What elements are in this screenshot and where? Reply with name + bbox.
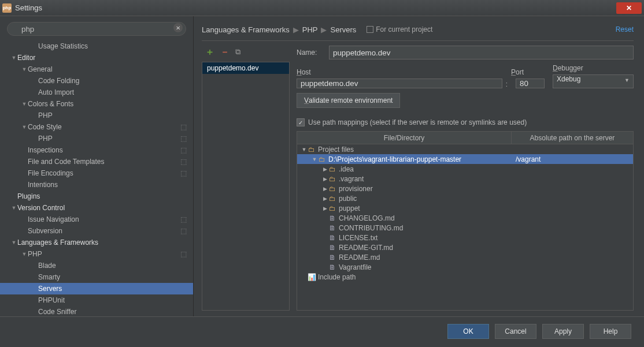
expand-arrow-icon[interactable]: ▼: [10, 205, 17, 211]
sidebar-item[interactable]: ▼Version Control: [0, 202, 193, 214]
settings-content: Languages & Frameworks ▶ PHP ▶ Servers F…: [194, 16, 644, 316]
project-config-icon: ⬚: [180, 135, 188, 143]
server-name-input[interactable]: [329, 46, 634, 59]
file-tree-row[interactable]: ▶🗀.idea: [297, 164, 633, 174]
help-button[interactable]: Help: [590, 324, 631, 339]
sidebar-item[interactable]: Plugins: [0, 191, 193, 202]
expand-arrow-icon[interactable]: ▼: [21, 66, 28, 72]
file-tree-row[interactable]: ▶🗀provisioner: [297, 184, 633, 193]
sidebar-item-label: PHP: [38, 135, 180, 143]
search-input[interactable]: [7, 22, 186, 36]
server-list[interactable]: puppetdemo.dev: [202, 62, 290, 311]
file-tree-row[interactable]: ▶🗀puppet: [297, 203, 633, 213]
settings-tree[interactable]: Usage Statistics▼Editor▼GeneralCode Fold…: [0, 39, 193, 316]
window-title: Settings: [15, 3, 615, 12]
search-clear-button[interactable]: ✕: [173, 23, 183, 32]
file-name: D:\Projects\vagrant-librarian-puppet-mas…: [328, 155, 512, 163]
expand-arrow-icon[interactable]: ▼: [301, 147, 308, 152]
copy-server-button[interactable]: ⧉: [235, 47, 240, 57]
port-input[interactable]: [516, 79, 545, 88]
sidebar-item-label: PHPUnit: [38, 296, 188, 304]
sidebar-item[interactable]: Inspections⬚: [0, 144, 193, 156]
sidebar-item[interactable]: Subversion⬚: [0, 225, 193, 237]
debugger-value: Xdebug: [557, 75, 580, 83]
file-name: provisioner: [339, 185, 512, 193]
apply-button[interactable]: Apply: [542, 324, 584, 339]
sidebar-item[interactable]: Usage Statistics: [0, 40, 193, 52]
cancel-button[interactable]: Cancel: [495, 324, 536, 339]
window-close-button[interactable]: ✕: [616, 2, 642, 14]
debugger-label: Debugger: [553, 64, 634, 72]
file-tree-row[interactable]: 🗎CHANGELOG.md: [297, 213, 633, 223]
expand-arrow-icon[interactable]: ▼: [311, 156, 318, 162]
sidebar-item[interactable]: ▼General: [0, 64, 193, 75]
file-name: .idea: [339, 165, 512, 173]
remove-server-button[interactable]: －: [220, 46, 230, 58]
expand-arrow-icon[interactable]: ▶: [321, 206, 328, 211]
expand-arrow-icon[interactable]: ▼: [21, 124, 28, 130]
add-server-button[interactable]: ＋: [205, 46, 214, 58]
expand-arrow-icon[interactable]: ▼: [21, 101, 28, 107]
breadcrumb-item[interactable]: Languages & Frameworks: [202, 25, 290, 34]
file-tree-row[interactable]: 🗎README-GIT.md: [297, 242, 633, 252]
breadcrumb-item[interactable]: Servers: [330, 25, 356, 34]
file-tree-row[interactable]: ▼🗀D:\Projects\vagrant-librarian-puppet-m…: [297, 154, 633, 164]
host-input[interactable]: [297, 79, 502, 88]
sidebar-item-label: Languages & Frameworks: [17, 238, 188, 247]
file-icon: 🗎: [328, 225, 336, 232]
server-list-item[interactable]: puppetdemo.dev: [202, 62, 289, 74]
chevron-right-icon: ▶: [321, 25, 327, 34]
file-tree-row[interactable]: 🗎Vagrantfile: [297, 262, 633, 272]
expand-arrow-icon[interactable]: ▶: [321, 176, 328, 182]
expand-arrow-icon[interactable]: ▼: [10, 55, 17, 61]
sidebar-item[interactable]: Smarty: [0, 271, 193, 283]
use-path-mappings-checkbox[interactable]: ✓: [297, 118, 305, 126]
expand-arrow-icon[interactable]: ▶: [321, 196, 328, 202]
expand-arrow-icon[interactable]: ▶: [321, 186, 328, 192]
sidebar-item[interactable]: File Encodings⬚: [0, 167, 193, 179]
sidebar-item[interactable]: Servers: [0, 283, 193, 294]
sidebar-item[interactable]: ▼Colors & Fonts: [0, 98, 193, 110]
sidebar-item[interactable]: Code Sniffer: [0, 306, 193, 316]
sidebar-item-label: Plugins: [17, 192, 188, 200]
file-name: CONTRIBUTING.md: [339, 224, 512, 232]
use-path-mappings-label: Use path mappings (select if the server …: [308, 118, 527, 126]
sidebar-item[interactable]: ▼Editor: [0, 52, 193, 64]
file-tree-row[interactable]: ▶🗀.vagrant: [297, 174, 633, 184]
expand-arrow-icon[interactable]: ▶: [321, 166, 328, 172]
file-tree-row[interactable]: 🗎CONTRIBUTING.md: [297, 223, 633, 233]
sidebar-item[interactable]: Issue Navigation⬚: [0, 214, 193, 225]
reset-link[interactable]: Reset: [616, 25, 634, 33]
file-name: Project files: [318, 145, 512, 154]
sidebar-item[interactable]: ▼Code Style⬚: [0, 121, 193, 133]
folder-icon: 🗀: [328, 185, 336, 192]
sidebar-item-label: Colors & Fonts: [28, 100, 188, 108]
ok-button[interactable]: OK: [447, 324, 489, 339]
sidebar-item[interactable]: PHP: [0, 110, 193, 121]
sidebar-item[interactable]: Code Folding: [0, 75, 193, 87]
validate-remote-button[interactable]: VValidate remote environmentalidate remo…: [297, 93, 400, 108]
expand-arrow-icon[interactable]: ▼: [10, 240, 17, 245]
project-config-icon: ⬚: [180, 146, 188, 154]
file-tree-row[interactable]: 🗎README.md: [297, 252, 633, 262]
expand-arrow-icon[interactable]: ▼: [21, 251, 28, 257]
sidebar-item[interactable]: PHPUnit: [0, 294, 193, 306]
sidebar-item[interactable]: File and Code Templates⬚: [0, 156, 193, 167]
sidebar-item[interactable]: ▼PHP⬚: [0, 248, 193, 260]
file-tree-row[interactable]: 📊Include path: [297, 272, 633, 282]
mappings-header: File/Directory Absolute path on the serv…: [297, 132, 633, 144]
debugger-select[interactable]: Xdebug ▼: [553, 74, 634, 88]
file-icon: 🗎: [328, 234, 336, 241]
breadcrumb-item[interactable]: PHP: [302, 25, 318, 34]
absolute-path-cell[interactable]: /vagrant: [512, 155, 633, 163]
file-tree-row[interactable]: ▼🗀Project files: [297, 144, 633, 154]
mappings-tree[interactable]: ▼🗀Project files▼🗀D:\Projects\vagrant-lib…: [297, 144, 633, 310]
file-tree-row[interactable]: 🗎LICENSE.txt: [297, 233, 633, 242]
sidebar-item[interactable]: PHP⬚: [0, 133, 193, 144]
port-label: Port: [511, 68, 545, 76]
sidebar-item[interactable]: Auto Import: [0, 87, 193, 98]
sidebar-item[interactable]: Intentions: [0, 179, 193, 191]
file-tree-row[interactable]: ▶🗀public: [297, 193, 633, 203]
sidebar-item[interactable]: ▼Languages & Frameworks: [0, 237, 193, 248]
sidebar-item[interactable]: Blade: [0, 260, 193, 271]
